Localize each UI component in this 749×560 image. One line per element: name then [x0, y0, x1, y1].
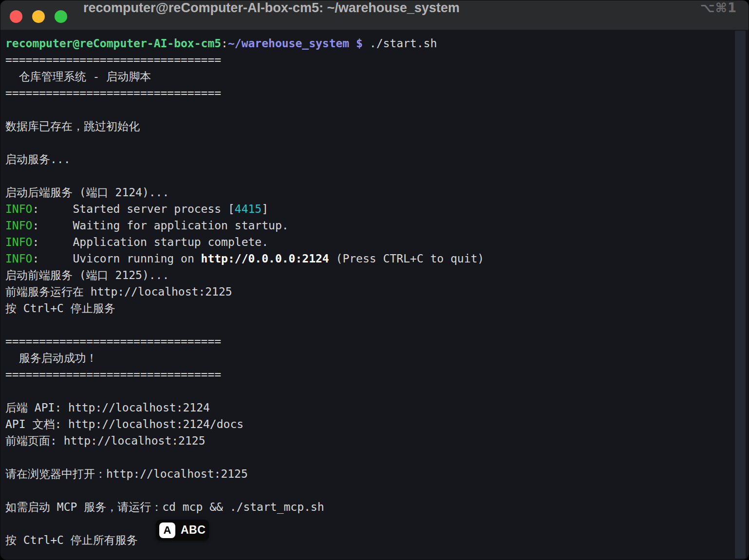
- terminal-line: 请在浏览器中打开：http://localhost:2125: [5, 466, 735, 482]
- terminal-text-segment: 启动服务...: [5, 153, 71, 166]
- terminal-text-segment: recomputer@reComputer-AI-box-cm5: [5, 37, 221, 50]
- terminal-text-segment: 启动前端服务 (端口 2125)...: [5, 269, 169, 281]
- terminal-line: ================================: [5, 333, 735, 350]
- terminal-text-segment: INFO: [5, 219, 32, 232]
- terminal-text-segment: INFO: [5, 203, 32, 215]
- input-method-icon: A: [159, 523, 175, 538]
- terminal-line: 仓库管理系统 - 启动脚本: [5, 68, 735, 85]
- terminal-line: 后端 API: http://localhost:2124: [5, 399, 735, 416]
- terminal-text-segment: 如需启动 MCP 服务，请运行：cd mcp && ./start_mcp.sh: [5, 501, 324, 513]
- traffic-lights: [10, 10, 67, 23]
- scrollbar-thumb[interactable]: [735, 31, 746, 559]
- terminal-line: recomputer@reComputer-AI-box-cm5:~/wareh…: [5, 35, 735, 52]
- terminal-text-segment: ~/warehouse_system: [228, 37, 349, 50]
- terminal-text-segment: API 文档: http://localhost:2124/docs: [5, 418, 243, 430]
- terminal-output[interactable]: recomputer@reComputer-AI-box-cm5:~/wareh…: [0, 31, 735, 560]
- terminal-line: 前端页面: http://localhost:2125: [5, 432, 735, 449]
- terminal-text-segment: ================================: [5, 87, 221, 99]
- terminal-line: [5, 383, 735, 399]
- terminal-text-segment: ]: [262, 203, 268, 215]
- terminal-text-segment: : Waiting for application startup.: [32, 219, 288, 232]
- window-title: recomputer@reComputer-AI-box-cm5: ~/ware…: [83, 0, 460, 30]
- terminal-text-segment: $: [356, 37, 363, 50]
- terminal-line: API 文档: http://localhost:2124/docs: [5, 416, 735, 432]
- terminal-text-segment: 按 Ctrl+C 停止所有服务: [5, 534, 138, 546]
- terminal-line: [5, 101, 735, 118]
- terminal-text-segment: 前端服务运行在 http://localhost:2125: [5, 285, 232, 298]
- terminal-line: INFO: Started server process [4415]: [5, 201, 735, 217]
- terminal-text-segment: 前端页面: http://localhost:2125: [5, 434, 206, 447]
- terminal-text-segment: [349, 37, 356, 50]
- terminal-text-segment: http://0.0.0.0:2124: [201, 252, 329, 265]
- terminal-text-segment: 启动后端服务 (端口 2124)...: [5, 186, 169, 199]
- terminal-line: 前端服务运行在 http://localhost:2125: [5, 283, 735, 300]
- terminal-line: 数据库已存在，跳过初始化: [5, 118, 735, 134]
- title-bar[interactable]: recomputer@reComputer-AI-box-cm5: ~/ware…: [0, 0, 749, 30]
- terminal-line: [5, 515, 735, 532]
- terminal-text-segment: : Started server process [: [32, 203, 234, 215]
- terminal-line: 如需启动 MCP 服务，请运行：cd mcp && ./start_mcp.sh: [5, 499, 735, 515]
- terminal-line: [5, 317, 735, 333]
- zoom-button[interactable]: [55, 10, 67, 23]
- terminal-text-segment: INFO: [5, 252, 32, 265]
- minimize-button[interactable]: [32, 10, 45, 23]
- terminal-text-segment: 仓库管理系统 - 启动脚本: [5, 70, 151, 83]
- window-shortcut-badge: ⌥⌘1: [700, 0, 737, 30]
- terminal-line: [5, 449, 735, 466]
- input-method-indicator: A ABC: [156, 520, 209, 541]
- terminal-text-segment: (Press CTRL+C to quit): [329, 252, 485, 265]
- terminal-text-segment: ================================: [5, 54, 221, 66]
- terminal-text-segment: : Application startup complete.: [32, 236, 268, 248]
- terminal-line: 启动前端服务 (端口 2125)...: [5, 267, 735, 283]
- terminal-line: 服务启动成功！: [5, 350, 735, 366]
- terminal-line: ================================: [5, 366, 735, 383]
- terminal-text-segment: 数据库已存在，跳过初始化: [5, 120, 140, 132]
- close-button[interactable]: [10, 10, 22, 23]
- terminal-line: [5, 482, 735, 499]
- terminal-text-segment: 按 Ctrl+C 停止服务: [5, 302, 115, 315]
- terminal-line: 按 Ctrl+C 停止服务: [5, 300, 735, 317]
- terminal-text-segment: 服务启动成功！: [5, 352, 97, 364]
- terminal-text-segment: ================================: [5, 368, 221, 381]
- terminal-line: [5, 168, 735, 184]
- terminal-text-segment: 4415: [235, 203, 262, 215]
- terminal-line: 启动服务...: [5, 151, 735, 168]
- terminal-text-segment: 请在浏览器中打开：http://localhost:2125: [5, 467, 248, 480]
- terminal-line: INFO: Application startup complete.: [5, 234, 735, 250]
- terminal-line: [5, 134, 735, 151]
- terminal-line: 按 Ctrl+C 停止所有服务: [5, 532, 735, 548]
- terminal-line: INFO: Uvicorn running on http://0.0.0.0:…: [5, 250, 735, 267]
- terminal-text-segment: INFO: [5, 236, 32, 248]
- terminal-text-segment: : Uvicorn running on: [32, 252, 201, 265]
- terminal-text-segment: ./start.sh: [363, 37, 437, 50]
- terminal-window: recomputer@reComputer-AI-box-cm5: ~/ware…: [0, 0, 749, 560]
- terminal-text-segment: ================================: [5, 335, 221, 348]
- terminal-line: INFO: Waiting for application startup.: [5, 217, 735, 234]
- input-method-label: ABC: [181, 523, 206, 537]
- terminal-text-segment: 后端 API: http://localhost:2124: [5, 401, 210, 414]
- terminal-line: ================================: [5, 52, 735, 68]
- terminal-line: ================================: [5, 85, 735, 101]
- terminal-text-segment: :: [221, 37, 228, 50]
- terminal-line: 启动后端服务 (端口 2124)...: [5, 184, 735, 201]
